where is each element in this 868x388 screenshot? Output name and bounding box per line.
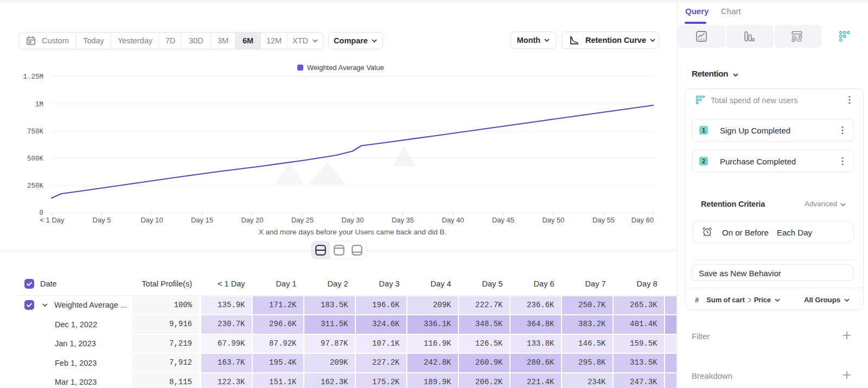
svg-text:500K: 500K [27,155,44,163]
svg-text:Day 10: Day 10 [141,216,163,224]
svg-text:Day 15: Day 15 [191,216,213,224]
svg-text:Day 50: Day 50 [542,216,564,224]
svg-text:Day 35: Day 35 [392,216,414,224]
svg-text:250K: 250K [27,182,44,190]
svg-text:Day 5: Day 5 [93,216,111,224]
svg-text:Day 25: Day 25 [291,216,314,224]
svg-text:750K: 750K [27,128,44,136]
svg-text:Day 30: Day 30 [341,216,363,224]
svg-text:< 1 Day: < 1 Day [40,216,65,224]
svg-text:1M: 1M [35,101,43,109]
svg-text:1.25M: 1.25M [23,73,43,81]
svg-text:Day 45: Day 45 [492,216,514,224]
svg-text:Day 60: Day 60 [631,216,654,224]
svg-text:Day 55: Day 55 [592,216,615,224]
svg-text:Day 40: Day 40 [442,216,464,224]
svg-text:Day 20: Day 20 [241,216,263,224]
